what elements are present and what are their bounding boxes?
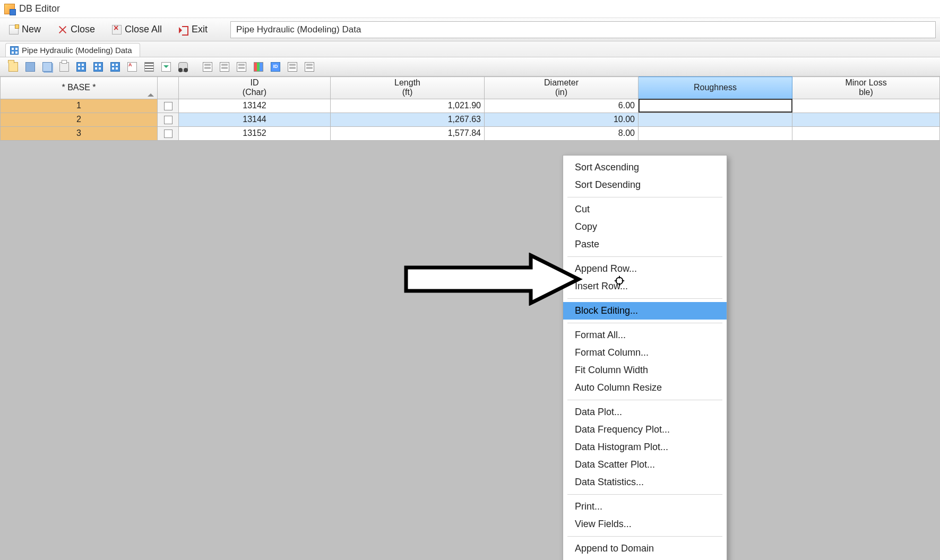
cm-block-editing[interactable]: Block Editing... xyxy=(563,302,727,320)
table-button-5[interactable] xyxy=(303,60,316,74)
cm-print[interactable]: Print... xyxy=(563,498,727,515)
col-header-id-l1: ID xyxy=(251,78,259,87)
table-icon xyxy=(288,62,297,72)
row-checkbox-cell[interactable] xyxy=(158,126,179,140)
checkbox-icon[interactable] xyxy=(164,116,173,124)
col-header-diameter[interactable]: Diameter (in) xyxy=(485,77,639,99)
grid-icon xyxy=(110,62,120,72)
dataset-selector[interactable]: Pipe Hydraulic (Modeling) Data xyxy=(230,21,936,38)
down-arrow-icon xyxy=(161,62,171,72)
table-button-3[interactable] xyxy=(235,60,248,74)
grid-button-1[interactable] xyxy=(74,60,88,74)
col-header-id-l2: (Char) xyxy=(243,88,266,97)
cm-data-scatter-plot[interactable]: Data Scatter Plot... xyxy=(563,456,727,473)
cm-fit-column-width[interactable]: Fit Column Width xyxy=(563,361,727,379)
cell-id[interactable]: 13142 xyxy=(179,99,331,113)
row-number[interactable]: 3 xyxy=(1,126,158,140)
grid-icon xyxy=(10,46,19,55)
exit-icon xyxy=(179,25,188,35)
cm-insert-row[interactable]: Insert Row... xyxy=(563,278,727,295)
header-row: * BASE * ID (Char) Length (ft) Diameter … xyxy=(1,77,940,99)
cm-view-fields[interactable]: View Fields... xyxy=(563,515,727,533)
cell-diameter[interactable]: 6.00 xyxy=(485,99,639,113)
cell-roughness-editing[interactable] xyxy=(639,99,792,113)
save-as-button[interactable] xyxy=(40,60,54,74)
sort-az-button[interactable] xyxy=(125,60,139,74)
col-header-minor-loss-l1: Minor Loss xyxy=(845,78,886,87)
id-button[interactable] xyxy=(269,60,282,74)
row-number[interactable]: 2 xyxy=(1,113,158,126)
import-button[interactable] xyxy=(159,60,173,74)
cm-sort-ascending[interactable]: Sort Ascending xyxy=(563,159,727,176)
dataset-selector-value: Pipe Hydraulic (Modeling) Data xyxy=(236,24,361,35)
close-button[interactable]: Close xyxy=(53,21,100,38)
context-menu: Sort Ascending Sort Desending Cut Copy P… xyxy=(563,155,727,560)
cell-roughness[interactable] xyxy=(639,113,792,126)
cm-copy[interactable]: Copy xyxy=(563,218,727,236)
chart-button[interactable] xyxy=(252,60,265,74)
open-button[interactable] xyxy=(6,60,20,74)
new-button[interactable]: New xyxy=(4,21,46,38)
cm-data-plot[interactable]: Data Plot... xyxy=(563,403,727,421)
find-button[interactable] xyxy=(176,60,190,74)
cell-id[interactable]: 13152 xyxy=(179,126,331,140)
cm-append-to-domain[interactable]: Append to Domain xyxy=(563,540,727,557)
grid-button-2[interactable] xyxy=(91,60,105,74)
cell-length[interactable]: 1,021.90 xyxy=(331,99,485,113)
cm-append-row[interactable]: Append Row... xyxy=(563,260,727,278)
cell-minor-loss[interactable] xyxy=(792,126,940,140)
cm-paste[interactable]: Paste xyxy=(563,236,727,253)
checkbox-icon[interactable] xyxy=(164,102,173,110)
save-button[interactable] xyxy=(23,60,37,74)
cm-data-statistics[interactable]: Data Statistics... xyxy=(563,473,727,491)
base-header-label: * BASE * xyxy=(62,83,96,92)
col-header-id[interactable]: ID (Char) xyxy=(179,77,331,99)
title-bar: DB Editor xyxy=(0,0,940,18)
cm-format-column[interactable]: Format Column... xyxy=(563,344,727,361)
app-title: DB Editor xyxy=(19,3,60,14)
cm-data-frequency-plot[interactable]: Data Frequency Plot... xyxy=(563,421,727,438)
close-all-button[interactable]: Close All xyxy=(107,21,167,38)
cell-id[interactable]: 13144 xyxy=(179,113,331,126)
table-row[interactable]: 3 13152 1,577.84 8.00 xyxy=(1,126,940,140)
data-grid[interactable]: * BASE * ID (Char) Length (ft) Diameter … xyxy=(0,76,940,141)
grid-icon xyxy=(93,62,103,72)
table-row[interactable]: 2 13144 1,267.63 10.00 xyxy=(1,113,940,126)
row-checkbox-cell[interactable] xyxy=(158,99,179,113)
exit-button[interactable]: Exit xyxy=(174,21,212,38)
cell-length[interactable]: 1,267.63 xyxy=(331,113,485,126)
cm-separator xyxy=(567,256,722,257)
cell-length[interactable]: 1,577.84 xyxy=(331,126,485,140)
print-button[interactable] xyxy=(57,60,71,74)
cm-data-histogram-plot[interactable]: Data Histogram Plot... xyxy=(563,438,727,456)
cm-save-to-selection[interactable]: Save to Selection... xyxy=(563,557,727,560)
grid-button-3[interactable] xyxy=(108,60,122,74)
row-number[interactable]: 1 xyxy=(1,99,158,113)
checkbox-header[interactable] xyxy=(158,77,179,99)
cm-cut[interactable]: Cut xyxy=(563,201,727,218)
grid-toolbar xyxy=(0,57,940,76)
close-label: Close xyxy=(71,24,95,35)
table-button-4[interactable] xyxy=(286,60,299,74)
col-header-minor-loss[interactable]: Minor Loss ble) xyxy=(792,77,940,99)
lines-button[interactable] xyxy=(142,60,156,74)
cm-auto-column-resize[interactable]: Auto Column Resize xyxy=(563,379,727,397)
cell-roughness[interactable] xyxy=(639,126,792,140)
cell-minor-loss[interactable] xyxy=(792,113,940,126)
cell-minor-loss[interactable] xyxy=(792,99,940,113)
new-label: New xyxy=(22,24,41,35)
row-checkbox-cell[interactable] xyxy=(158,113,179,126)
col-header-length[interactable]: Length (ft) xyxy=(331,77,485,99)
cell-diameter[interactable]: 8.00 xyxy=(485,126,639,140)
cell-diameter[interactable]: 10.00 xyxy=(485,113,639,126)
cm-sort-descending[interactable]: Sort Desending xyxy=(563,176,727,194)
table-button-2[interactable] xyxy=(218,60,231,74)
table-row[interactable]: 1 13142 1,021.90 6.00 xyxy=(1,99,940,113)
checkbox-icon[interactable] xyxy=(164,130,173,138)
table-button-1[interactable] xyxy=(201,60,214,74)
cm-format-all[interactable]: Format All... xyxy=(563,326,727,344)
base-header[interactable]: * BASE * xyxy=(1,77,158,99)
tab-pipe-hydraulic[interactable]: Pipe Hydraulic (Modeling) Data xyxy=(5,43,140,57)
exit-label: Exit xyxy=(192,24,208,35)
col-header-roughness[interactable]: Roughness xyxy=(639,77,792,99)
